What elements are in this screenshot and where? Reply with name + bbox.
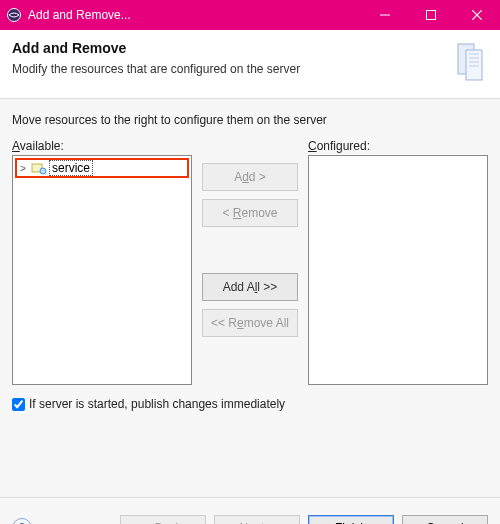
window-title: Add and Remove...	[28, 8, 362, 22]
minimize-button[interactable]	[362, 0, 408, 30]
svg-rect-2	[427, 11, 436, 20]
transfer-buttons: Add > < Remove Add All >> << Remove All	[200, 139, 300, 385]
title-bar: Add and Remove...	[0, 0, 500, 30]
header-subtitle: Modify the resources that are configured…	[12, 62, 444, 76]
next-button[interactable]: Next >	[214, 515, 300, 525]
back-button[interactable]: < Back	[120, 515, 206, 525]
configured-listbox[interactable]	[308, 155, 488, 385]
configured-section: Configured:	[308, 139, 488, 385]
finish-button[interactable]: Finish	[308, 515, 394, 525]
dialog-content: Move resources to the right to configure…	[0, 99, 500, 497]
add-button[interactable]: Add >	[202, 163, 298, 191]
close-button[interactable]	[454, 0, 500, 30]
remove-button[interactable]: < Remove	[202, 199, 298, 227]
available-section: Available: > service	[12, 139, 192, 385]
module-icon	[31, 161, 47, 175]
available-item-label: service	[49, 160, 93, 176]
dialog-header: Add and Remove Modify the resources that…	[0, 30, 500, 99]
maximize-button[interactable]	[408, 0, 454, 30]
available-label: Available:	[12, 139, 192, 153]
instruction-text: Move resources to the right to configure…	[12, 113, 488, 127]
header-title: Add and Remove	[12, 40, 444, 56]
publish-checkbox-label: If server is started, publish changes im…	[29, 397, 285, 411]
available-listbox[interactable]: > service	[12, 155, 192, 385]
cancel-button[interactable]: Cancel	[402, 515, 488, 525]
help-button[interactable]: ?	[12, 518, 32, 525]
dialog-footer: ? < Back Next > Finish Cancel	[0, 497, 500, 524]
publish-checkbox-row: If server is started, publish changes im…	[12, 397, 488, 411]
eclipse-icon	[6, 7, 22, 23]
remove-all-button[interactable]: << Remove All	[202, 309, 298, 337]
add-all-button[interactable]: Add All >>	[202, 273, 298, 301]
configured-label: Configured:	[308, 139, 488, 153]
expand-icon[interactable]: >	[17, 163, 29, 174]
svg-point-12	[40, 168, 46, 174]
server-icon	[454, 40, 488, 84]
available-item-service[interactable]: > service	[15, 158, 189, 178]
publish-checkbox[interactable]	[12, 398, 25, 411]
